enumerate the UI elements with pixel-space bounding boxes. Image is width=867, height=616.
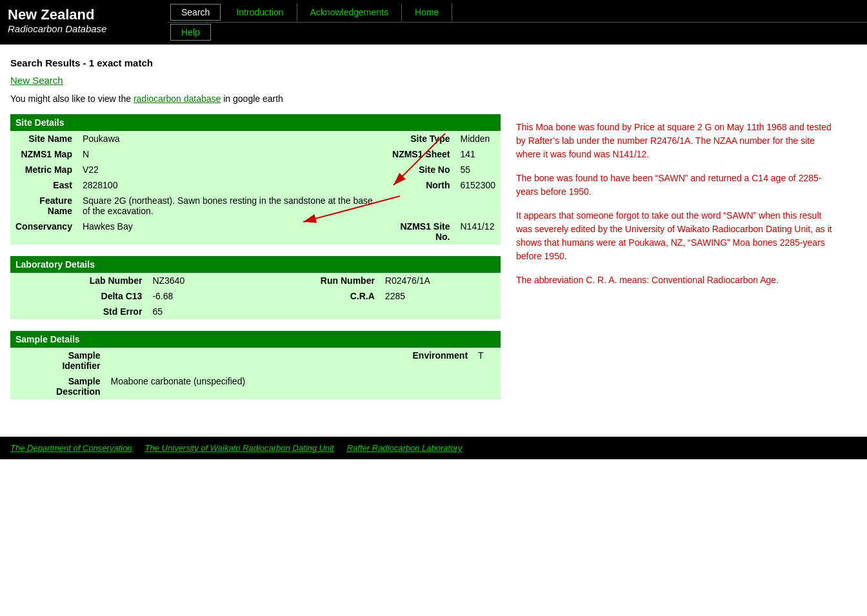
search-results-title: Search Results - 1 exact match	[10, 57, 857, 68]
right-paragraph-2: The bone was found to have been “SAWN” a…	[516, 172, 839, 199]
east-value: 2828100	[77, 177, 387, 193]
new-search-link[interactable]: New Search	[10, 75, 63, 86]
nav-home[interactable]: Home	[402, 3, 452, 21]
site-type-value: Midden	[455, 131, 501, 146]
footer: The Department of Conservation The Unive…	[0, 437, 867, 459]
feature-label: FeatureName	[10, 193, 77, 219]
east-label: East	[10, 177, 77, 193]
std-error-value: 65	[147, 304, 239, 319]
right-col: This Moa bone was found by Price at squa…	[516, 114, 839, 297]
cra-value: 2285	[380, 288, 501, 304]
lab-number-label: Lab Number	[10, 273, 147, 288]
environment-label: Environment	[359, 348, 473, 373]
north-label: North	[387, 177, 455, 193]
sample-identifier-label: SampleIdentifier	[10, 348, 106, 373]
cra-label: C.R.A	[239, 288, 379, 304]
sample-details-table: Sample Details SampleIdentifier Environm…	[10, 331, 501, 399]
logo-title: New Zealand	[8, 6, 160, 23]
north-value: 6152300	[455, 177, 501, 193]
site-name-label: Site Name	[10, 131, 77, 146]
sample-identifier-value	[106, 348, 359, 373]
site-details-header: Site Details	[10, 114, 501, 131]
right-paragraph-1: This Moa bone was found by Price at squa…	[516, 121, 839, 161]
site-no-label: Site No	[387, 162, 455, 177]
lab-number-value: NZ3640	[147, 273, 239, 288]
conservancy-value: Hawkes Bay	[77, 219, 387, 244]
nav-introduction[interactable]: Introduction	[223, 3, 297, 21]
footer-link-waikato[interactable]: The University of Waikato Radiocarbon Da…	[145, 443, 334, 453]
nav-acknowledgements[interactable]: Acknowledgements	[297, 3, 402, 21]
metric-map-label: Metric Map	[10, 162, 77, 177]
sample-details-data: SampleIdentifier Environment T SampleDes…	[10, 348, 501, 399]
environment-value: T	[473, 348, 501, 373]
right-paragraph-4: The abbreviation C. R. A. means: Convent…	[516, 273, 839, 287]
site-name-value: Poukawa	[77, 131, 387, 146]
nzms1-sheet-label: NZMS1 Sheet	[387, 146, 455, 162]
main-layout: Site Details Site Name Poukawa Site Type…	[10, 114, 857, 411]
sample-details-header: Sample Details	[10, 331, 501, 348]
delta-c13-value: -6.68	[147, 288, 239, 304]
site-header: New Zealand Radiocarbon Database Search …	[0, 0, 867, 45]
site-details-table: Site Details Site Name Poukawa Site Type…	[10, 114, 501, 244]
run-number-value: R02476/1A	[380, 273, 501, 288]
footer-link-doc[interactable]: The Department of Conservation	[10, 443, 132, 453]
google-earth-link[interactable]: radiocarbon database	[134, 94, 221, 104]
left-col: Site Details Site Name Poukawa Site Type…	[10, 114, 501, 411]
sample-descrition-value: Moabone carbonate (unspecified)	[106, 373, 359, 399]
right-paragraph-3: It appears that someone forgot to take o…	[516, 209, 839, 263]
nav-area: Search Introduction Acknowledgements Hom…	[168, 3, 867, 42]
nzms1-map-value: N	[77, 146, 387, 162]
nzms1-sheet-value: 141	[455, 146, 501, 162]
nav-search[interactable]: Search	[170, 4, 221, 21]
nzms1-map-label: NZMS1 Map	[10, 146, 77, 162]
laboratory-details-header: Laboratory Details	[10, 256, 501, 273]
delta-c13-label: Delta C13	[10, 288, 147, 304]
footer-link-rafter[interactable]: Rafter Radiocarbon Laboratory	[347, 443, 463, 453]
site-type-label: Site Type	[387, 131, 455, 146]
conservancy-label: Conservancy	[10, 219, 77, 244]
logo-subtitle: Radiocarbon Database	[8, 23, 160, 34]
nav-top: Search Introduction Acknowledgements Hom…	[168, 3, 867, 23]
metric-map-value: V22	[77, 162, 387, 177]
nzms1-site-no-value: N141/12	[455, 219, 501, 244]
feature-value: Square 2G (northeast). Sawn bones restin…	[77, 193, 387, 219]
std-error-label: Std Error	[10, 304, 147, 319]
sample-descrition-label: SampleDescrition	[10, 373, 106, 399]
nav-bottom: Help	[168, 23, 867, 42]
main-content: Search Results - 1 exact match New Searc…	[0, 45, 867, 424]
run-number-label: Run Number	[239, 273, 379, 288]
logo-area: New Zealand Radiocarbon Database	[0, 3, 168, 42]
laboratory-details-table: Laboratory Details Lab Number NZ3640 Run…	[10, 256, 501, 319]
nzms1-site-no-label: NZMS1 SiteNo.	[387, 219, 455, 244]
nav-help[interactable]: Help	[170, 24, 211, 41]
site-no-value: 55	[455, 162, 501, 177]
laboratory-details-data: Lab Number NZ3640 Run Number R02476/1A D…	[10, 273, 501, 319]
google-earth-text: You might also like to view the radiocar…	[10, 94, 857, 104]
site-details-data: Site Name Poukawa Site Type Midden NZMS1…	[10, 131, 501, 244]
